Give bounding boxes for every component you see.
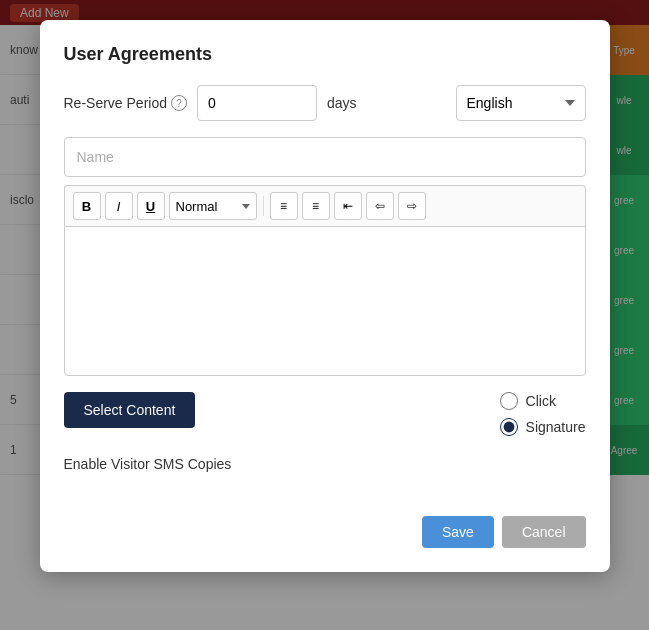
align-center-button[interactable]: ⇦ [366,192,394,220]
user-agreements-modal: User Agreements Re-Serve Period ? days E… [40,20,610,572]
save-button[interactable]: Save [422,516,494,548]
editor-toolbar: B I U Normal Heading 1 Heading 2 Heading… [64,185,586,226]
list-ul-icon: ≡ [280,199,287,213]
toolbar-divider-1 [263,196,264,216]
sms-label: Enable Visitor SMS Copies [64,456,586,472]
ordered-list-button[interactable]: ≡ [302,192,330,220]
modal-title: User Agreements [64,44,586,65]
signature-radio[interactable] [500,418,518,436]
signature-option[interactable]: Signature [500,418,586,436]
align-left-button[interactable]: ⇤ [334,192,362,220]
re-serve-input[interactable] [197,85,317,121]
bottom-section: Select Content Click Signature [64,392,586,436]
help-icon[interactable]: ? [171,95,187,111]
unordered-list-button[interactable]: ≡ [270,192,298,220]
language-select[interactable]: English Spanish French [456,85,586,121]
re-serve-row: Re-Serve Period ? days English Spanish F… [64,85,586,121]
align-right-icon: ⇨ [407,199,417,213]
signature-label: Signature [526,419,586,435]
name-input[interactable] [64,137,586,177]
modal-footer: Save Cancel [64,516,586,548]
align-center-icon: ⇦ [375,199,385,213]
days-label: days [327,95,357,111]
re-serve-text: Re-Serve Period [64,95,168,111]
modal-overlay: User Agreements Re-Serve Period ? days E… [0,0,649,630]
align-right-button[interactable]: ⇨ [398,192,426,220]
click-radio[interactable] [500,392,518,410]
select-content-button[interactable]: Select Content [64,392,196,428]
editor-area[interactable] [64,226,586,376]
re-serve-label: Re-Serve Period ? [64,95,188,111]
italic-button[interactable]: I [105,192,133,220]
click-option[interactable]: Click [500,392,586,410]
format-select[interactable]: Normal Heading 1 Heading 2 Heading 3 [169,192,257,220]
cancel-button[interactable]: Cancel [502,516,586,548]
bold-button[interactable]: B [73,192,101,220]
list-ol-icon: ≡ [312,199,319,213]
underline-button[interactable]: U [137,192,165,220]
align-left-icon: ⇤ [343,199,353,213]
signature-options: Click Signature [500,392,586,436]
sms-section: Enable Visitor SMS Copies [64,456,586,496]
click-label: Click [526,393,556,409]
